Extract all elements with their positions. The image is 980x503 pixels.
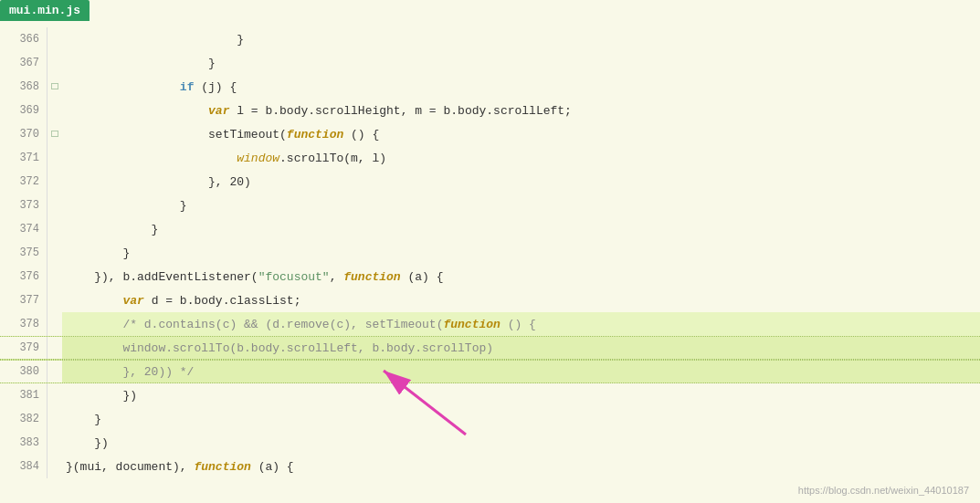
fold-icon — [47, 194, 62, 217]
code-line: 368□ if (j) { — [0, 75, 980, 99]
code-line: 369 var l = b.body.scrollHeight, m = b.b… — [0, 99, 980, 122]
fold-icon — [47, 431, 62, 455]
line-number: 371 — [0, 146, 47, 170]
code-line: 372 }, 20) — [0, 170, 980, 194]
line-number: 381 — [0, 383, 47, 407]
file-title: mui.min.js — [0, 0, 90, 21]
line-number: 374 — [0, 217, 47, 241]
fold-icon — [47, 170, 62, 194]
line-number: 368 — [0, 75, 47, 99]
fold-icon — [47, 407, 62, 431]
line-number: 372 — [0, 170, 47, 194]
fold-icon — [47, 51, 62, 75]
code-line: 371 window.scrollTo(m, l) — [0, 146, 980, 170]
line-number: 373 — [0, 194, 47, 217]
line-number: 366 — [0, 27, 47, 51]
line-number: 382 — [0, 407, 47, 431]
code-line: 366 } — [0, 27, 980, 51]
line-content: } — [62, 217, 980, 241]
code-line: 382 } — [0, 407, 980, 431]
line-number: 384 — [0, 455, 47, 478]
line-number: 370 — [0, 122, 47, 146]
line-content: } — [62, 241, 980, 265]
code-line: 376 }), b.addEventListener("focusout", f… — [0, 265, 980, 288]
line-number: 378 — [0, 312, 47, 336]
line-content: var l = b.body.scrollHeight, m = b.body.… — [62, 99, 980, 122]
code-line: 383 }) — [0, 431, 980, 455]
line-content: /* d.contains(c) && (d.remove(c), setTim… — [62, 312, 980, 336]
line-content: }), b.addEventListener("focusout", funct… — [62, 265, 980, 288]
fold-icon[interactable]: □ — [47, 122, 62, 146]
line-content: } — [62, 194, 980, 217]
code-line: 373 } — [0, 194, 980, 217]
fold-icon — [47, 337, 62, 359]
fold-icon[interactable]: □ — [47, 75, 62, 99]
code-line: 379 window.scrollTo(b.body.scrollLeft, b… — [0, 336, 980, 360]
fold-icon — [47, 383, 62, 407]
fold-icon — [47, 99, 62, 122]
line-number: 383 — [0, 431, 47, 455]
line-number: 380 — [0, 361, 47, 382]
line-content: }) — [62, 431, 980, 455]
watermark: https://blog.csdn.net/weixin_44010187 — [798, 485, 969, 496]
code-line: 374 } — [0, 217, 980, 241]
line-content: } — [62, 407, 980, 431]
fold-icon — [47, 361, 62, 382]
line-content: } — [62, 51, 980, 75]
line-content: var d = b.body.classList; — [62, 288, 980, 312]
line-content: }(mui, document), function (a) { — [62, 455, 980, 478]
line-number: 376 — [0, 265, 47, 288]
line-number: 367 — [0, 51, 47, 75]
fold-icon — [47, 312, 62, 336]
line-content: window.scrollTo(b.body.scrollLeft, b.bod… — [62, 337, 980, 359]
fold-icon — [47, 27, 62, 51]
line-content: }) — [62, 383, 980, 407]
code-line: 384}(mui, document), function (a) { — [0, 455, 980, 478]
code-line: 367 } — [0, 51, 980, 75]
code-line: 378 /* d.contains(c) && (d.remove(c), se… — [0, 312, 980, 336]
code-line: 375 } — [0, 241, 980, 265]
code-line: 370□ setTimeout(function () { — [0, 122, 980, 146]
line-content: window.scrollTo(m, l) — [62, 146, 980, 170]
code-editor: 366 }367 }368□ if (j) {369 var l = b.bod… — [0, 0, 980, 503]
line-content: } — [62, 27, 980, 51]
line-number: 375 — [0, 241, 47, 265]
fold-icon — [47, 241, 62, 265]
line-number: 369 — [0, 99, 47, 122]
fold-icon — [47, 288, 62, 312]
line-content: }, 20) — [62, 170, 980, 194]
code-line: 377 var d = b.body.classList; — [0, 288, 980, 312]
fold-icon — [47, 217, 62, 241]
line-number: 379 — [0, 337, 47, 359]
fold-icon — [47, 265, 62, 288]
line-content: setTimeout(function () { — [62, 122, 980, 146]
fold-icon — [47, 455, 62, 478]
fold-icon — [47, 146, 62, 170]
code-line: 381 }) — [0, 383, 980, 407]
code-line: 380 }, 20)) */ — [0, 360, 980, 383]
line-number: 377 — [0, 288, 47, 312]
line-content: if (j) { — [62, 75, 980, 99]
line-content: }, 20)) */ — [62, 361, 980, 382]
